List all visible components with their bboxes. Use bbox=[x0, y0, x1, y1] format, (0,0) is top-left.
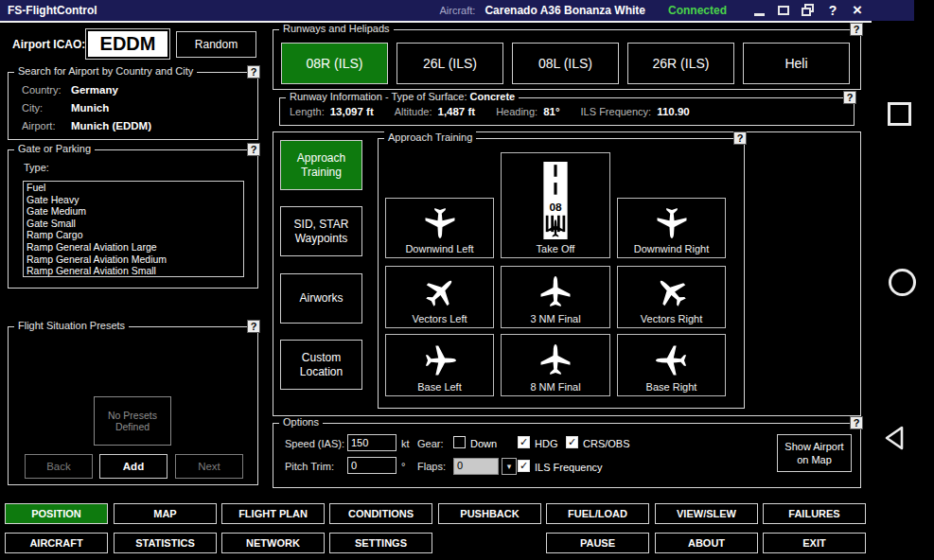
list-item-gate-small[interactable]: Gate Small bbox=[24, 218, 243, 230]
pause-button[interactable]: PAUSE bbox=[546, 533, 649, 553]
mode-custom-location-button[interactable]: Custom Location bbox=[280, 340, 362, 390]
airplane-right-icon bbox=[423, 343, 457, 377]
city-row[interactable]: City: Munich bbox=[22, 102, 109, 114]
runway-26r-button[interactable]: 26R (ILS) bbox=[627, 43, 734, 84]
city-value: Munich bbox=[71, 102, 109, 114]
maximize-icon[interactable] bbox=[776, 3, 791, 18]
pitch-trim-label: Pitch Trim: bbox=[285, 461, 334, 472]
approach-base-right-button[interactable]: Base Right bbox=[617, 334, 726, 396]
runway-08r-button[interactable]: 08R (ILS) bbox=[281, 43, 388, 84]
speed-ias-input[interactable] bbox=[347, 434, 397, 451]
exit-button[interactable]: EXIT bbox=[763, 533, 866, 553]
gear-down-checkbox[interactable] bbox=[453, 436, 466, 448]
approach-3nm-final-button[interactable]: 3 NM Final bbox=[501, 266, 610, 328]
aircraft-label: Aircraft: bbox=[439, 5, 475, 16]
titlebar-help-icon[interactable]: ? bbox=[825, 3, 840, 18]
runway-info-help-icon[interactable]: ? bbox=[843, 91, 856, 104]
options-help-icon[interactable]: ? bbox=[850, 416, 863, 429]
altitude-value: 1,487 ft bbox=[437, 106, 475, 117]
tab-settings[interactable]: SETTINGS bbox=[329, 533, 432, 553]
airplane-up-icon bbox=[538, 343, 573, 377]
tab-position[interactable]: POSITION bbox=[5, 503, 108, 524]
close-icon[interactable]: × bbox=[850, 3, 865, 18]
crs-obs-checkbox[interactable]: ✓ bbox=[566, 436, 578, 448]
approach-downwind-right-button[interactable]: Downwind Right bbox=[617, 198, 726, 258]
presets-back-button[interactable]: Back bbox=[25, 454, 93, 479]
tab-view-slew[interactable]: VIEW/SLEW bbox=[655, 503, 758, 524]
random-airport-button[interactable]: Random bbox=[176, 31, 256, 58]
android-home-icon[interactable] bbox=[889, 269, 916, 296]
runway-info-panel: Runway Information - Type of Surface: Co… bbox=[279, 97, 855, 126]
about-button[interactable]: ABOUT bbox=[655, 533, 758, 553]
android-recents-icon[interactable] bbox=[888, 102, 911, 126]
list-item-gate-heavy[interactable]: Gate Heavy bbox=[24, 194, 243, 206]
mode-sid-star-waypoints-button[interactable]: SID, STAR Waypoints bbox=[280, 206, 362, 256]
list-item-fuel[interactable]: Fuel bbox=[24, 182, 243, 194]
flight-presets-panel: Flight Situation Presets ? No Presets De… bbox=[8, 326, 258, 485]
mode-airworks-button[interactable]: Airworks bbox=[280, 273, 362, 324]
airplane-left-icon bbox=[655, 343, 689, 377]
tab-conditions[interactable]: CONDITIONS bbox=[329, 503, 432, 524]
approach-vectors-left-button[interactable]: Vectors Left bbox=[385, 266, 494, 328]
runways-help-icon[interactable]: ? bbox=[850, 23, 863, 36]
list-item-gate-medium[interactable]: Gate Medium bbox=[24, 205, 243, 218]
crs-obs-label: CRS/OBS bbox=[583, 438, 630, 449]
country-label: Country: bbox=[22, 84, 71, 96]
mode-approach-training-button[interactable]: Approach Training bbox=[280, 140, 362, 190]
presets-help-icon[interactable]: ? bbox=[247, 320, 260, 333]
restore-window-icon[interactable] bbox=[801, 3, 816, 18]
ils-frequency-checkbox[interactable]: ✓ bbox=[518, 460, 530, 472]
approach-take-off-button[interactable]: 08 Take Off bbox=[501, 152, 610, 258]
speed-unit-label: kt bbox=[401, 438, 410, 449]
surface-type-value: Concrete bbox=[470, 91, 516, 102]
presets-next-button[interactable]: Next bbox=[175, 454, 243, 479]
runway-08l-button[interactable]: 08L (ILS) bbox=[512, 43, 619, 84]
tab-fuel-load[interactable]: FUEL/LOAD bbox=[546, 503, 649, 524]
runway-26l-button[interactable]: 26L (ILS) bbox=[397, 43, 503, 84]
approach-8nm-final-button[interactable]: 8 NM Final bbox=[501, 334, 610, 396]
airport-row[interactable]: Airport: Munich (EDDM) bbox=[22, 120, 151, 131]
length-value: 13,097 ft bbox=[330, 106, 374, 117]
titlebar-right: Aircraft: Carenado A36 Bonanza White Con… bbox=[439, 3, 908, 18]
flight-presets-title: Flight Situation Presets bbox=[14, 320, 129, 331]
parking-type-label: Type: bbox=[24, 162, 49, 173]
heli-button[interactable]: Heli bbox=[743, 43, 850, 84]
minimize-icon[interactable] bbox=[751, 3, 767, 18]
search-panel-title: Search for Airport by Country and City bbox=[14, 65, 197, 77]
list-item-ramp-ga-medium[interactable]: Ramp General Aviation Medium bbox=[24, 254, 243, 266]
parking-type-listbox[interactable]: Fuel Gate Heavy Gate Medium Gate Small R… bbox=[23, 181, 244, 277]
flaps-select[interactable]: 0 bbox=[453, 458, 499, 475]
gear-label: Gear: bbox=[417, 438, 444, 449]
tab-failures[interactable]: FAILURES bbox=[763, 503, 866, 524]
approach-vectors-right-button[interactable]: Vectors Right bbox=[617, 266, 726, 328]
tab-statistics[interactable]: STATISTICS bbox=[114, 533, 217, 553]
list-item-ramp-ga-small[interactable]: Ramp General Aviation Small bbox=[24, 265, 243, 277]
approach-help-icon[interactable]: ? bbox=[733, 131, 747, 145]
approach-base-left-button[interactable]: Base Left bbox=[385, 334, 494, 396]
tab-aircraft[interactable]: AIRCRAFT bbox=[5, 533, 108, 553]
options-panel: Options ? Speed (IAS): kt Pitch Trim: ° … bbox=[273, 423, 861, 488]
airport-icao-input[interactable] bbox=[86, 29, 169, 59]
flaps-dropdown-arrow-icon[interactable]: ▾ bbox=[502, 458, 517, 475]
android-back-icon[interactable] bbox=[882, 424, 910, 452]
hdg-checkbox[interactable]: ✓ bbox=[518, 436, 530, 448]
app-title: FS-FlightControl bbox=[8, 4, 97, 17]
gate-parking-panel: Gate or Parking ? Type: Fuel Gate Heavy … bbox=[8, 149, 258, 289]
country-row[interactable]: Country: Germany bbox=[22, 84, 118, 96]
approach-downwind-left-button[interactable]: Downwind Left bbox=[385, 198, 494, 258]
options-title: Options bbox=[279, 416, 323, 428]
tab-flight-plan[interactable]: FLIGHT PLAN bbox=[221, 503, 325, 524]
presets-add-button[interactable]: Add bbox=[99, 454, 167, 479]
list-item-ramp-cargo[interactable]: Ramp Cargo bbox=[24, 229, 243, 241]
list-item-ramp-ga-large[interactable]: Ramp General Aviation Large bbox=[24, 241, 243, 254]
tab-network[interactable]: NETWORK bbox=[221, 533, 325, 553]
pitch-trim-input[interactable] bbox=[347, 457, 397, 474]
aircraft-name: Carenado A36 Bonanza White bbox=[485, 4, 645, 17]
app-screen: FS-FlightControl Aircraft: Carenado A36 … bbox=[0, 0, 934, 560]
tab-map[interactable]: MAP bbox=[114, 503, 217, 524]
show-airport-on-map-button[interactable]: Show Airport on Map bbox=[777, 434, 852, 472]
connection-status-badge: Connected bbox=[668, 4, 727, 17]
search-help-icon[interactable]: ? bbox=[247, 65, 260, 79]
tab-pushback[interactable]: PUSHBACK bbox=[438, 503, 541, 524]
gate-parking-help-icon[interactable]: ? bbox=[247, 143, 260, 156]
